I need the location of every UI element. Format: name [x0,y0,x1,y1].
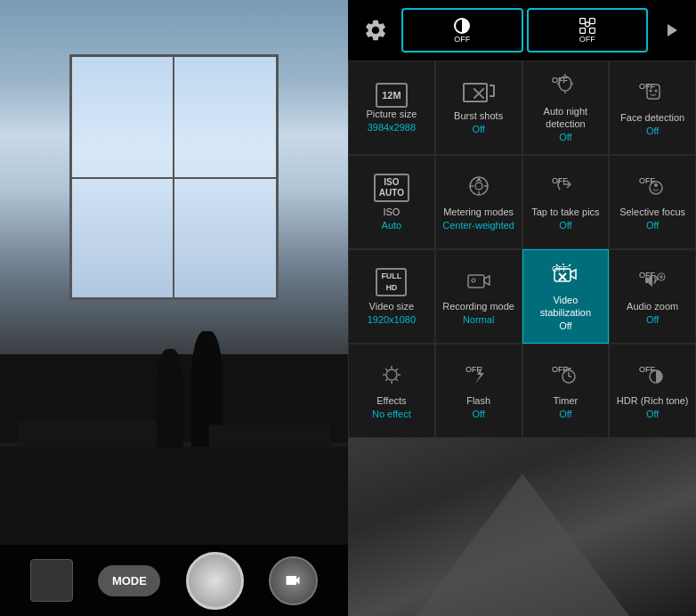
grid-video-size[interactable]: FULLHD Video size 1920x1080 [348,249,435,344]
grid-tap-to-take[interactable]: OFF Tap to take pics Off [522,155,610,249]
selective-focus-label: Selective focus [619,206,685,218]
metering-label: Metering modes [443,206,514,218]
top-tabs: OFF OFF [401,8,648,53]
burst-shots-value: Off [472,124,484,134]
iso-value: Auto [382,220,402,231]
tab-hdr[interactable]: OFF [401,8,523,53]
settings-gear-icon[interactable] [357,12,394,49]
iso-icon: ISOAUTO [374,174,409,202]
camera-bottom-bar: MODE [0,545,348,616]
tap-icon: OFF [551,174,579,202]
svg-text:OFF: OFF [639,176,655,185]
picture-size-value: 3984x2988 [368,122,416,133]
face-detection-icon: OFF [638,79,667,108]
grid-hdr[interactable]: OFF HDR (Rich tone) Off [609,344,696,438]
svg-rect-31 [468,275,484,288]
tab-face-detect[interactable]: OFF [527,8,649,53]
picture-size-label: Picture size [366,108,417,120]
svg-line-37 [569,264,571,266]
svg-point-30 [654,183,658,187]
tab-face-off: OFF [579,35,595,44]
grid-auto-night[interactable]: OFF Auto night detection Off [522,61,610,155]
selective-focus-icon: OFF [638,174,667,202]
audio-zoom-icon: OFF [638,268,667,296]
recording-mode-icon [465,268,493,296]
svg-point-45 [386,369,397,380]
grid-face-detection[interactable]: OFF Face detection Off [609,61,696,155]
effects-label: Effects [376,394,406,407]
svg-line-53 [385,379,387,381]
grid-audio-zoom[interactable]: OFF Audio zoom Off [609,249,696,344]
svg-rect-10 [589,28,595,34]
stabilization-label: Video stabilization [527,294,605,320]
settings-top-bar: OFF OFF [348,0,696,61]
face-detection-label: Face detection [620,111,684,124]
tap-to-take-value: Off [559,220,571,231]
selective-focus-value: Off [646,220,659,231]
hdr-value: Off [646,409,659,419]
grid-timer[interactable]: OFF Timer Off [522,344,610,438]
bottom-preview [348,438,696,616]
iso-label: ISO [383,206,400,218]
grid-metering[interactable]: Metering modes Center-weighted [435,155,522,249]
recording-mode-label: Recording mode [442,300,514,312]
flash-label: Flash [466,394,490,407]
face-detection-value: Off [646,126,659,136]
video-size-value: 1920x1080 [368,314,416,325]
thumbnail-button[interactable] [30,559,73,602]
svg-rect-9 [579,28,585,34]
grid-flash[interactable]: OFF Flash Off [435,344,522,438]
svg-point-11 [585,22,589,27]
grid-recording-mode[interactable]: Recording mode Normal [435,249,522,344]
grid-iso[interactable]: ISOAUTO ISO Auto [348,155,435,249]
hdr-label: HDR (Rich tone) [617,394,689,407]
stabilization-value: Off [559,320,571,331]
effects-value: No effect [372,409,411,419]
metering-value: Center-weighted [442,220,514,231]
video-size-label: Video size [369,300,415,312]
video-record-button[interactable] [269,556,318,605]
timer-icon: OFF [551,362,579,391]
svg-point-20 [655,90,658,93]
tab-hdr-off: OFF [454,35,470,44]
burst-shots-icon [463,81,495,106]
svg-line-52 [396,369,398,370]
auto-night-label: Auto night detection [527,105,605,131]
svg-point-22 [475,182,482,190]
svg-line-51 [396,379,398,381]
flash-icon: OFF [465,362,493,391]
svg-text:OFF: OFF [552,365,568,374]
timer-label: Timer [554,394,579,407]
auto-night-icon: OFF [551,73,579,101]
grid-video-stabilization[interactable]: OFF Video stabilization Off [522,249,610,344]
metering-icon [465,174,493,202]
settings-nav-arrow[interactable] [655,14,687,46]
svg-line-50 [385,369,387,370]
stabilization-icon: OFF [551,262,579,290]
mode-button[interactable]: MODE [98,565,160,596]
svg-rect-7 [579,19,585,24]
svg-point-32 [472,279,475,282]
svg-rect-41 [645,278,649,283]
svg-point-19 [650,90,652,93]
video-size-icon: FULLHD [376,268,407,296]
svg-text:OFF: OFF [639,365,655,374]
picture-size-icon: 12M [376,83,408,108]
svg-rect-8 [589,19,595,24]
camera-settings-panel: OFF OFF 12M Picture si [348,0,696,616]
camera-viewfinder[interactable] [0,0,348,545]
recording-mode-value: Normal [463,314,494,325]
grid-picture-size[interactable]: 12M Picture size 3984x2988 [348,61,435,155]
hdr-icon: OFF [638,362,667,391]
audio-zoom-label: Audio zoom [627,300,678,312]
grid-selective-focus[interactable]: OFF Selective focus Off [609,155,696,249]
grid-burst-shots[interactable]: Burst shots Off [435,61,522,155]
settings-grid: 12M Picture size 3984x2988 Burst shots O… [348,61,696,438]
tap-to-take-label: Tap to take pics [531,206,599,218]
grid-effects[interactable]: Effects No effect [348,344,435,438]
effects-icon [377,362,406,391]
shutter-button[interactable] [186,552,244,610]
burst-shots-label: Burst shots [454,109,503,122]
audio-zoom-value: Off [646,314,659,325]
timer-value: Off [559,409,571,419]
